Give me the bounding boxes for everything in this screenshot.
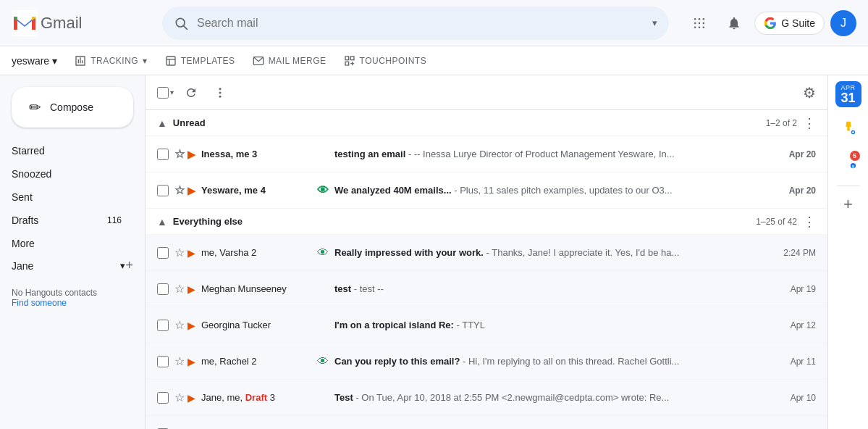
unread-toggle-icon[interactable]: ▲ <box>157 117 167 129</box>
row-checkbox[interactable] <box>157 356 169 367</box>
email-subject: Really impressed with your work. - Thank… <box>334 247 772 258</box>
touchpoints-icon <box>344 55 355 67</box>
unread-section-more-icon[interactable]: ⋮ <box>803 115 816 131</box>
keep-button[interactable] <box>834 113 863 142</box>
email-date: Apr 12 <box>772 320 816 330</box>
row-checkbox[interactable] <box>157 247 169 259</box>
everything-section-more-icon[interactable]: ⋮ <box>803 214 816 230</box>
row-checkbox[interactable] <box>157 283 169 295</box>
email-subject: testing an email - -- Inessa Lurye Direc… <box>334 149 772 159</box>
more-label: More <box>12 238 35 249</box>
svg-rect-22 <box>345 62 349 65</box>
refresh-button[interactable] <box>180 81 203 104</box>
svg-point-7 <box>694 17 696 20</box>
select-all-area[interactable]: ▾ <box>157 87 174 99</box>
yesware-templates[interactable]: TEMPLATES <box>165 55 235 67</box>
jane-label: Jane <box>12 260 120 272</box>
svg-rect-21 <box>350 57 354 60</box>
select-dropdown-icon[interactable]: ▾ <box>170 88 174 96</box>
search-bar[interactable]: ▾ <box>162 7 669 40</box>
google-icon <box>764 17 777 30</box>
sidebar-item-drafts[interactable]: Drafts 116 <box>0 209 133 232</box>
svg-point-10 <box>694 22 696 24</box>
svg-rect-28 <box>847 127 850 131</box>
star-icon[interactable]: ☆ <box>174 147 185 161</box>
avatar[interactable]: J <box>830 10 856 36</box>
gsuite-button[interactable]: G Suite <box>754 12 825 35</box>
email-date: Apr 11 <box>772 357 816 367</box>
more-options-button[interactable] <box>208 81 232 104</box>
settings-icon[interactable]: ⚙ <box>803 85 816 101</box>
email-row[interactable]: ☆ ▶ me, Rachel 2 👁 Can you reply to this… <box>146 343 827 380</box>
sidebar-item-sent[interactable]: Sent <box>0 186 133 209</box>
search-dropdown-icon[interactable]: ▾ <box>652 17 657 28</box>
sidebar-item-starred[interactable]: Starred <box>0 139 133 162</box>
everything-section-count: 1–25 of 42 <box>756 217 797 227</box>
forward-arrow-icon: ▶ <box>187 149 195 160</box>
compose-button[interactable]: ✏ Compose <box>12 87 133 128</box>
row-checkbox[interactable] <box>157 185 169 196</box>
yesware-tracking[interactable]: TRACKING ▾ <box>75 55 148 67</box>
sender-name: Meghan Munseeney <box>201 283 317 294</box>
sent-label: Sent <box>12 191 33 203</box>
star-icon[interactable]: ☆ <box>174 282 185 296</box>
toolbar-right: ⚙ <box>803 84 816 101</box>
email-row[interactable]: ☆ ▶ me, Draft 4 👁 Re: reminder test emai… <box>146 416 827 429</box>
touchpoints-label: TOUCHPOINTS <box>360 56 427 66</box>
star-icon[interactable]: ☆ <box>174 183 185 197</box>
eye-icon: 👁 <box>317 355 329 368</box>
templates-label: TEMPLATES <box>181 56 235 66</box>
keep-icon <box>840 120 856 136</box>
apps-button[interactable] <box>685 9 714 38</box>
sidebar-item-snoozed[interactable]: Snoozed <box>0 162 133 186</box>
email-list: ▾ ⚙ ▲ Unread 1–2 of 2 ⋮ <box>145 75 827 429</box>
row-checkbox[interactable] <box>157 320 169 331</box>
email-row[interactable]: ☆ ▶ Jane, me, Draft 3 Test - On Tue, Apr… <box>146 380 827 416</box>
star-icon[interactable]: ☆ <box>174 318 185 332</box>
yesware-mail-merge[interactable]: MAIL MERGE <box>253 55 326 67</box>
email-row[interactable]: ☆ ▶ Inessa, me 3 testing an email - -- I… <box>146 136 827 172</box>
compose-label: Compose <box>50 101 93 113</box>
subject-preview-text: - Hi, I'm replying to all on this thread… <box>463 356 679 367</box>
email-row[interactable]: ☆ ▶ me, Varsha 2 👁 Really impressed with… <box>146 235 827 271</box>
draft-label: Draft <box>245 392 267 403</box>
everything-section-title: Everything else <box>173 216 756 227</box>
row-checkbox[interactable] <box>157 392 169 404</box>
compose-icon: ✏ <box>29 99 41 116</box>
svg-rect-16 <box>167 57 175 65</box>
svg-point-13 <box>694 26 696 28</box>
email-row[interactable]: ☆ ▶ Georgina Tucker I'm on a tropical is… <box>146 307 827 343</box>
email-row[interactable]: ☆ ▶ Yesware, me 4 👁 We analyzed 40M emai… <box>146 172 827 209</box>
yesware-chevron-icon[interactable]: ▾ <box>52 55 57 67</box>
refresh-icon <box>185 86 198 99</box>
main-layout: ✏ Compose Starred Snoozed Sent Drafts 11… <box>0 75 868 429</box>
sidebar-jane-section[interactable]: Jane ▾ + <box>0 255 145 276</box>
notifications-button[interactable] <box>720 9 749 38</box>
row-checkbox[interactable] <box>157 149 169 160</box>
forward-arrow-icon: ▶ <box>187 185 195 196</box>
everything-toggle-icon[interactable]: ▲ <box>157 216 167 228</box>
star-icon[interactable]: ☆ <box>174 391 185 404</box>
yesware-brand[interactable]: yesware ▾ <box>12 55 57 67</box>
email-date: Apr 19 <box>772 284 816 294</box>
sender-name: Yesware, me 4 <box>201 185 317 196</box>
calendar-widget[interactable]: APR 31 <box>835 81 861 107</box>
svg-point-9 <box>703 17 705 20</box>
svg-point-12 <box>703 22 705 24</box>
email-row[interactable]: ☆ ▶ Meghan Munseeney test - test -- Apr … <box>146 271 827 307</box>
svg-point-11 <box>699 22 701 24</box>
add-apps-button[interactable]: + <box>843 195 853 214</box>
find-someone-link[interactable]: Find someone <box>12 298 133 308</box>
sidebar-item-more[interactable]: More <box>0 232 133 255</box>
star-icon[interactable]: ☆ <box>174 246 185 259</box>
tasks-notification-badge: 5 <box>850 151 860 161</box>
star-icon[interactable]: ☆ <box>174 354 185 368</box>
tasks-button[interactable]: 5 5 <box>834 148 863 177</box>
jane-add-icon[interactable]: + <box>125 258 133 273</box>
subject-preview-text: - -- Inessa Lurye Director of Product Ma… <box>408 149 675 159</box>
drafts-label: Drafts <box>12 214 107 226</box>
search-input[interactable] <box>197 17 644 30</box>
forward-arrow-icon: ▶ <box>187 392 195 404</box>
yesware-touchpoints[interactable]: TOUCHPOINTS <box>344 55 427 67</box>
select-all-checkbox[interactable] <box>157 87 169 99</box>
